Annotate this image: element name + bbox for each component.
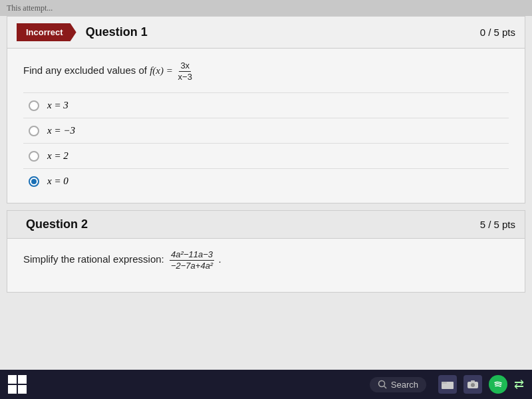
spotify-icon[interactable] (489, 375, 507, 394)
camera-icon-box[interactable] (464, 375, 482, 394)
taskbar: Search (0, 370, 532, 399)
question1-pts: 0 / 5 pts (480, 27, 515, 38)
question1-text: Find any excluded values of f(x) = 3x x−… (23, 61, 509, 82)
q2-fraction-numerator: 4a²−11a−3 (170, 249, 214, 261)
folder-icon (442, 380, 454, 389)
option1-label: x = 3 (47, 100, 68, 111)
fraction-denominator: x−3 (177, 72, 194, 82)
win-square-1 (8, 375, 17, 384)
q2-fraction-denominator: −2−7a+4a² (170, 261, 214, 271)
answer-option-1[interactable]: x = 3 (23, 92, 509, 118)
option4-label: x = 0 (47, 176, 68, 187)
svg-point-0 (378, 381, 384, 387)
question2-header: Question 2 5 / 5 pts (7, 211, 525, 239)
windows-icon[interactable] (8, 375, 27, 394)
win-square-3 (8, 385, 17, 394)
question2-text-prefix: Simplify the rational expression: (23, 253, 164, 265)
svg-point-5 (471, 383, 475, 387)
main-content: Incorrect Question 1 0 / 5 pts Find any … (0, 16, 532, 370)
top-banner: This attempt... (0, 0, 532, 16)
svg-line-1 (384, 386, 386, 389)
question1-header: Incorrect Question 1 0 / 5 pts (7, 17, 525, 49)
question1-card: Incorrect Question 1 0 / 5 pts Find any … (7, 16, 525, 203)
radio-4[interactable] (29, 176, 39, 187)
question2-pts: 5 / 5 pts (480, 219, 515, 230)
option2-label: x = −3 (47, 125, 75, 136)
search-icon (378, 380, 387, 389)
question2-body: Simplify the rational expression: 4a²−11… (7, 239, 525, 292)
nav-arrows-icon[interactable]: ⇄ (514, 377, 524, 392)
radio-1[interactable] (29, 100, 39, 111)
question1-title: Question 1 (86, 25, 148, 39)
camera-icon (467, 380, 479, 389)
incorrect-badge: Incorrect (17, 23, 76, 41)
top-banner-text: This attempt... (7, 3, 53, 13)
file-manager-icon[interactable] (438, 375, 457, 394)
taskbar-icons: ⇄ (438, 375, 524, 394)
answer-option-4[interactable]: x = 0 (23, 168, 509, 194)
question1-text-prefix: Find any excluded values of (23, 65, 147, 76)
win-square-2 (18, 375, 27, 384)
svg-rect-6 (471, 380, 475, 382)
question2-fraction: 4a²−11a−3 −2−7a+4a² (170, 249, 214, 271)
taskbar-search-button[interactable]: Search (370, 377, 426, 392)
question1-function: f(x) = (150, 65, 175, 76)
answer-option-2[interactable]: x = −3 (23, 118, 509, 143)
question2-title: Question 2 (26, 217, 88, 231)
win-square-4 (18, 385, 27, 394)
question1-body: Find any excluded values of f(x) = 3x x−… (7, 49, 525, 203)
svg-rect-3 (442, 382, 447, 384)
answer-options: x = 3 x = −3 x = 2 x = 0 (23, 92, 509, 194)
question2-text: Simplify the rational expression: 4a²−11… (23, 249, 509, 271)
radio-3[interactable] (29, 151, 39, 162)
spotify-logo (493, 379, 503, 390)
question2-card: Question 2 5 / 5 pts Simplify the ration… (7, 210, 525, 293)
option3-label: x = 2 (47, 150, 68, 162)
screen: This attempt... Incorrect Question 1 0 /… (0, 0, 532, 399)
answer-option-3[interactable]: x = 2 (23, 143, 509, 168)
radio-2[interactable] (29, 126, 39, 136)
question1-fraction: 3x x−3 (177, 61, 194, 82)
fraction-numerator: 3x (179, 61, 191, 72)
search-label: Search (391, 380, 418, 390)
